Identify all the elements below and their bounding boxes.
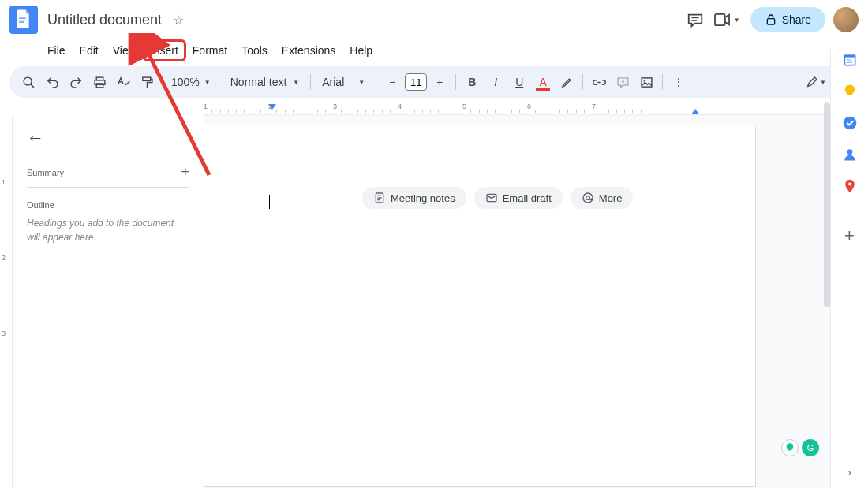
- svg-point-25: [843, 117, 856, 130]
- menu-format[interactable]: Format: [186, 41, 234, 60]
- search-menus-button[interactable]: [17, 71, 39, 93]
- text-color-button[interactable]: A: [532, 71, 554, 93]
- menu-help[interactable]: Help: [343, 41, 379, 60]
- vertical-ruler[interactable]: 123: [0, 115, 13, 488]
- underline-button[interactable]: U: [508, 71, 530, 93]
- vertical-scrollbar[interactable]: [824, 102, 830, 307]
- svg-rect-2: [19, 22, 24, 23]
- menu-view[interactable]: View: [107, 41, 143, 60]
- paragraph-style-select[interactable]: Normal text ▼: [224, 76, 306, 88]
- bold-button[interactable]: B: [461, 71, 483, 93]
- outline-sidebar: ← Summary + Outline Headings you add to …: [13, 115, 204, 488]
- add-summary-button[interactable]: +: [181, 164, 189, 181]
- zoom-select[interactable]: 100% ▼: [168, 76, 214, 88]
- document-canvas[interactable]: Meeting notes Email draft More: [204, 115, 868, 488]
- chevron-down-icon: ▼: [734, 17, 740, 24]
- indent-marker-right[interactable]: [691, 109, 699, 114]
- menu-insert[interactable]: Insert: [144, 41, 185, 60]
- docs-logo[interactable]: [9, 6, 38, 34]
- document-title[interactable]: Untitled document: [44, 10, 165, 29]
- add-comment-icon: [616, 76, 630, 89]
- redo-icon: [69, 76, 83, 89]
- chip-more[interactable]: More: [571, 187, 634, 209]
- undo-button[interactable]: [41, 71, 63, 93]
- at-icon: [582, 192, 594, 204]
- main-area: 123 ← Summary + Outline Headings you add…: [0, 115, 868, 488]
- chevron-down-icon: ▼: [293, 79, 299, 86]
- ruler-tick: 1: [2, 178, 6, 186]
- tasks-app-button[interactable]: [842, 115, 858, 131]
- page[interactable]: Meeting notes Email draft More: [204, 125, 756, 487]
- font-size-decrease[interactable]: −: [381, 71, 403, 93]
- redo-button[interactable]: [65, 71, 87, 93]
- font-family-select[interactable]: Arial ▼: [316, 76, 371, 88]
- app-header: Untitled document ☆ ▼ Share: [0, 0, 868, 39]
- svg-rect-1: [19, 20, 25, 20]
- svg-text:31: 31: [847, 58, 853, 64]
- maps-app-button[interactable]: [842, 178, 858, 194]
- contacts-app-button[interactable]: [842, 147, 858, 162]
- italic-button[interactable]: I: [485, 71, 507, 93]
- more-vert-icon: ⋮: [673, 76, 684, 88]
- ruler-tick: 3: [333, 102, 337, 110]
- account-avatar[interactable]: [833, 7, 859, 32]
- svg-rect-13: [642, 77, 652, 86]
- grammarly-badge[interactable]: G: [802, 439, 819, 456]
- ruler-tick: 2: [268, 102, 272, 110]
- ruler-tick: 5: [462, 102, 466, 110]
- link-icon: [593, 76, 606, 89]
- bold-icon: B: [468, 76, 476, 88]
- collapse-side-panel-button[interactable]: ›: [847, 466, 851, 479]
- ruler-tick: 1: [204, 102, 208, 110]
- insert-image-button[interactable]: [635, 71, 657, 93]
- chevron-down-icon: ▼: [204, 79, 211, 86]
- italic-icon: I: [494, 76, 497, 88]
- menu-edit[interactable]: Edit: [73, 41, 105, 60]
- svg-rect-5: [715, 14, 725, 25]
- svg-rect-0: [19, 18, 25, 19]
- chip-meeting-notes[interactable]: Meeting notes: [362, 187, 466, 209]
- more-toolbar-button[interactable]: ⋮: [668, 71, 690, 93]
- toolbar: 100% ▼ Normal text ▼ Arial ▼ − + B I U A…: [9, 66, 859, 98]
- ruler-tick: 6: [527, 102, 531, 110]
- highlight-button[interactable]: [556, 71, 578, 93]
- paint-format-button[interactable]: [136, 71, 158, 93]
- comments-history-button[interactable]: [679, 4, 711, 35]
- extension-badge-1[interactable]: [781, 439, 799, 456]
- share-label: Share: [782, 13, 811, 26]
- font-size-increase[interactable]: +: [428, 71, 451, 93]
- svg-rect-6: [767, 19, 774, 24]
- lock-icon: [765, 13, 777, 26]
- menu-bar: File Edit View Insert Format Tools Exten…: [0, 39, 868, 61]
- video-icon: [713, 13, 731, 27]
- spellcheck-button[interactable]: [112, 71, 134, 93]
- undo-icon: [46, 76, 59, 89]
- keep-app-button[interactable]: [842, 84, 858, 99]
- menu-extensions[interactable]: Extensions: [275, 41, 342, 60]
- sidebar-back-button[interactable]: ←: [27, 125, 44, 158]
- document-icon: [373, 192, 386, 204]
- outline-empty-text: Headings you add to the document will ap…: [27, 216, 189, 244]
- chevron-down-icon: ▼: [820, 79, 826, 86]
- insert-link-button[interactable]: [588, 71, 610, 93]
- style-value: Normal text: [230, 76, 287, 88]
- print-button[interactable]: [88, 71, 110, 93]
- image-icon: [640, 76, 653, 89]
- star-button[interactable]: ☆: [173, 13, 184, 28]
- menu-tools[interactable]: Tools: [235, 41, 274, 60]
- calendar-app-button[interactable]: 31: [842, 52, 858, 68]
- add-comment-button[interactable]: [612, 71, 634, 93]
- meet-button[interactable]: ▼: [711, 4, 743, 35]
- ruler-tick: 4: [398, 102, 402, 110]
- extension-badges: G: [781, 439, 819, 456]
- chip-label: Meeting notes: [391, 192, 455, 204]
- font-value: Arial: [322, 76, 344, 88]
- font-size-input[interactable]: [405, 73, 427, 91]
- share-button[interactable]: Share: [750, 7, 825, 32]
- horizontal-ruler[interactable]: 1234567: [204, 102, 830, 115]
- editing-mode-button[interactable]: ▼: [805, 71, 827, 93]
- chip-email-draft[interactable]: Email draft: [474, 187, 563, 209]
- get-addons-button[interactable]: +: [844, 225, 855, 246]
- svg-point-21: [586, 196, 589, 200]
- menu-file[interactable]: File: [41, 41, 72, 60]
